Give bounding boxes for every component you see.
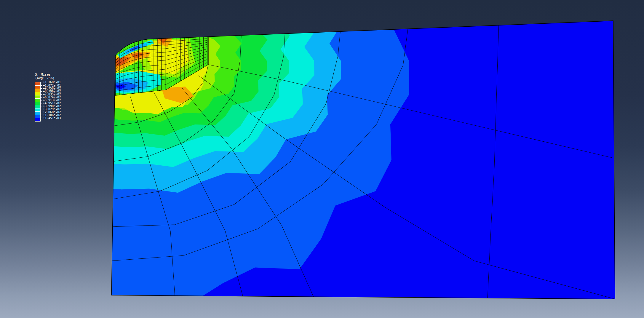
legend-tick — [41, 91, 42, 92]
legend-tick — [41, 115, 42, 115]
legend-tick — [41, 103, 42, 103]
legend-swatch — [35, 108, 40, 111]
legend-swatch — [35, 105, 40, 108]
legend-tick — [41, 112, 42, 112]
legend-swatch — [35, 82, 40, 85]
legend-subtitle: (Avg: 75%) — [35, 76, 55, 80]
legend-swatch — [35, 89, 40, 92]
legend-color-column — [35, 82, 41, 122]
legend-swatch — [35, 102, 40, 105]
legend-tick — [41, 82, 42, 82]
legend-swatch — [35, 111, 40, 115]
legend-tick — [41, 88, 42, 89]
contour-legend: S, Mises (Avg: 75%) +1.168e-01+1.072e-01… — [35, 73, 55, 121]
legend-swatch — [35, 98, 40, 102]
legend-tick — [41, 97, 42, 98]
legend-tick — [41, 94, 42, 95]
legend-swatch — [35, 92, 40, 95]
legend-swatch — [35, 85, 40, 89]
legend-scale: +1.168e-01+1.072e-01+9.758e-02+8.796e-02… — [35, 82, 55, 121]
legend-tick — [41, 100, 42, 100]
legend-tick — [41, 106, 42, 106]
legend-tick — [41, 109, 42, 109]
legend-swatch — [35, 95, 40, 98]
legend-swatch — [35, 118, 40, 121]
legend-value-label: +1.451e-03 — [43, 117, 61, 120]
contour-plot[interactable] — [0, 0, 644, 318]
legend-tick — [41, 118, 42, 118]
viewport-canvas[interactable]: S, Mises (Avg: 75%) +1.168e-01+1.072e-01… — [0, 0, 644, 318]
legend-value-label: +1.168e-01 — [43, 81, 61, 84]
legend-swatch — [35, 115, 40, 118]
legend-tick — [41, 85, 42, 86]
